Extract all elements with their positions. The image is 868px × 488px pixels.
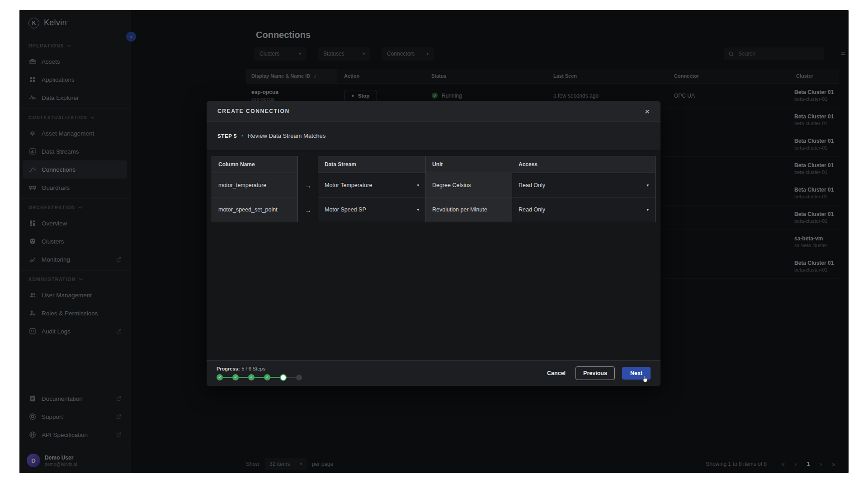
modal-body: Column Name motor_temperature motor_spee…	[207, 150, 660, 360]
cancel-button[interactable]: Cancel	[544, 367, 568, 380]
step-label: STEP 5	[217, 133, 237, 139]
chevron-down-icon: ▾	[646, 207, 649, 212]
step-separator: •	[241, 133, 243, 139]
access-header: Access	[512, 156, 655, 173]
step-done-icon: ✓	[248, 374, 255, 380]
access-select[interactable]: Read Only ▾	[512, 173, 655, 197]
progress-label: Progress:	[217, 366, 240, 371]
step-upcoming-icon	[296, 375, 302, 380]
modal-actions: Cancel Previous Next	[544, 366, 651, 380]
step-title: Review Data Stream Matches	[248, 132, 326, 139]
chevron-down-icon: ▾	[417, 183, 419, 188]
arrow-right-icon: →	[298, 173, 318, 197]
unit-cell: Degree Celsius	[426, 173, 512, 197]
progress-steps: ✓ ✓ ✓ ✓	[217, 374, 302, 381]
modal-footer: Progress:5 / 6 Steps ✓ ✓ ✓ ✓ Cancel Prev…	[207, 360, 660, 386]
mouse-cursor-icon	[642, 375, 648, 383]
modal-title: CREATE CONNECTION	[217, 108, 290, 114]
step-done-icon: ✓	[232, 374, 239, 380]
arrow-right-icon: →	[298, 197, 318, 222]
data-stream-header: Data Stream	[318, 156, 426, 173]
column-name-cell: motor_temperature	[212, 173, 297, 197]
progress-value: 5 / 6 Steps	[241, 366, 265, 371]
stream-mapping-table: Data Stream Unit Access Motor Temperatur…	[318, 156, 656, 222]
step-current-icon	[280, 374, 287, 381]
unit-cell: Revolution per Minute	[426, 197, 512, 222]
data-stream-select[interactable]: Motor Temperature ▾	[318, 173, 426, 197]
data-stream-select[interactable]: Motor Speed SP ▾	[318, 197, 426, 222]
app-window: K Kelvin ˚ OPERATIONS Assets Application…	[19, 10, 849, 473]
step-done-icon: ✓	[217, 374, 223, 380]
modal-header: CREATE CONNECTION ×	[207, 101, 660, 122]
chevron-down-icon: ▾	[646, 183, 649, 188]
column-name-cell: motor_speed_set_point	[212, 197, 297, 222]
close-icon[interactable]: ×	[645, 107, 650, 116]
column-name-header: Column Name	[212, 156, 297, 173]
wizard-step-header: STEP 5 • Review Data Stream Matches	[207, 122, 660, 150]
column-name-table: Column Name motor_temperature motor_spee…	[212, 156, 298, 222]
next-button[interactable]: Next	[622, 367, 651, 380]
step-done-icon: ✓	[264, 374, 270, 380]
previous-button[interactable]: Previous	[576, 366, 615, 380]
access-select[interactable]: Read Only ▾	[512, 197, 655, 222]
data-stream-match-table: Column Name motor_temperature motor_spee…	[212, 156, 656, 222]
chevron-down-icon: ▾	[417, 207, 419, 212]
wizard-progress: Progress:5 / 6 Steps ✓ ✓ ✓ ✓	[217, 366, 302, 381]
unit-header: Unit	[426, 156, 512, 173]
match-arrows: → →	[298, 156, 318, 222]
create-connection-modal: CREATE CONNECTION × STEP 5 • Review Data…	[207, 101, 660, 386]
